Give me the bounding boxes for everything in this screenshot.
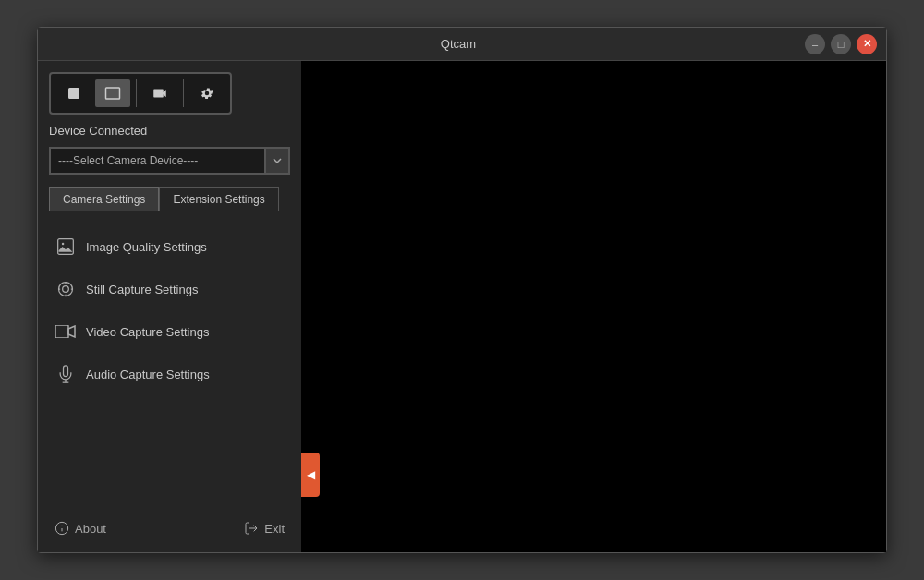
camera-select-dropdown-button[interactable]	[264, 147, 290, 175]
menu-item-audio-capture[interactable]: Audio Capture Settings	[49, 356, 290, 393]
svg-rect-1	[58, 239, 74, 255]
preview-button[interactable]	[95, 79, 130, 107]
settings-tabs: Camera Settings Extension Settings	[49, 187, 290, 211]
settings-menu: Image Quality Settings Still Capture Set…	[49, 228, 290, 393]
still-capture-icon	[55, 278, 77, 300]
chevron-down-icon	[273, 156, 282, 165]
menu-item-video-capture[interactable]: Video Capture Settings	[49, 313, 290, 350]
exit-button[interactable]: Exit	[244, 521, 285, 536]
bottom-bar: About Exit	[49, 512, 290, 541]
about-button[interactable]: About	[55, 521, 106, 536]
camera-select-value: ----Select Camera Device----	[58, 154, 198, 167]
menu-label-video-capture: Video Capture Settings	[86, 325, 209, 339]
still-icon	[56, 280, 75, 298]
tab-extension-settings[interactable]: Extension Settings	[159, 187, 278, 211]
menu-item-still-capture[interactable]: Still Capture Settings	[49, 271, 290, 308]
camera-icon	[66, 85, 82, 102]
preview-icon	[104, 85, 121, 102]
exit-icon	[244, 521, 259, 536]
menu-item-image-quality[interactable]: Image Quality Settings	[49, 228, 290, 265]
window-title: Qtcam	[112, 37, 805, 51]
video-settings-icon	[55, 325, 76, 338]
content-area: Device Connected ----Select Camera Devic…	[38, 61, 886, 552]
gear-icon	[199, 85, 215, 102]
video-capture-button[interactable]	[142, 79, 177, 107]
image-quality-icon	[55, 236, 77, 258]
photo-capture-button[interactable]	[56, 79, 91, 107]
info-icon	[55, 521, 69, 536]
image-icon	[56, 237, 75, 256]
audio-capture-icon	[55, 363, 77, 385]
toolbar	[49, 72, 232, 115]
video-capture-icon	[55, 320, 77, 343]
exit-label: Exit	[264, 522, 285, 536]
titlebar: Qtcam – □ ✕	[38, 28, 886, 61]
sidebar-collapse-button[interactable]: ◀	[301, 453, 320, 497]
svg-point-3	[59, 283, 73, 296]
menu-label-still-capture: Still Capture Settings	[86, 283, 198, 296]
settings-button[interactable]	[189, 79, 225, 107]
svg-point-4	[63, 286, 69, 293]
audio-icon	[56, 365, 75, 383]
window-controls: – □ ✕	[805, 34, 877, 54]
maximize-button[interactable]: □	[831, 34, 851, 54]
minimize-button[interactable]: –	[805, 34, 825, 54]
collapse-icon: ◀	[307, 468, 315, 481]
video-icon	[152, 85, 168, 102]
menu-label-image-quality: Image Quality Settings	[86, 240, 207, 254]
main-window: Qtcam – □ ✕	[37, 27, 887, 553]
sidebar: Device Connected ----Select Camera Devic…	[38, 61, 301, 552]
camera-select-row: ----Select Camera Device----	[49, 147, 290, 175]
svg-rect-5	[55, 325, 68, 338]
svg-point-2	[62, 243, 65, 246]
svg-rect-0	[106, 88, 120, 99]
menu-label-audio-capture: Audio Capture Settings	[86, 368, 210, 381]
close-button[interactable]: ✕	[857, 34, 877, 54]
camera-view	[301, 61, 886, 552]
device-status: Device Connected	[49, 124, 290, 138]
about-label: About	[75, 522, 106, 536]
tab-camera-settings[interactable]: Camera Settings	[49, 187, 159, 211]
